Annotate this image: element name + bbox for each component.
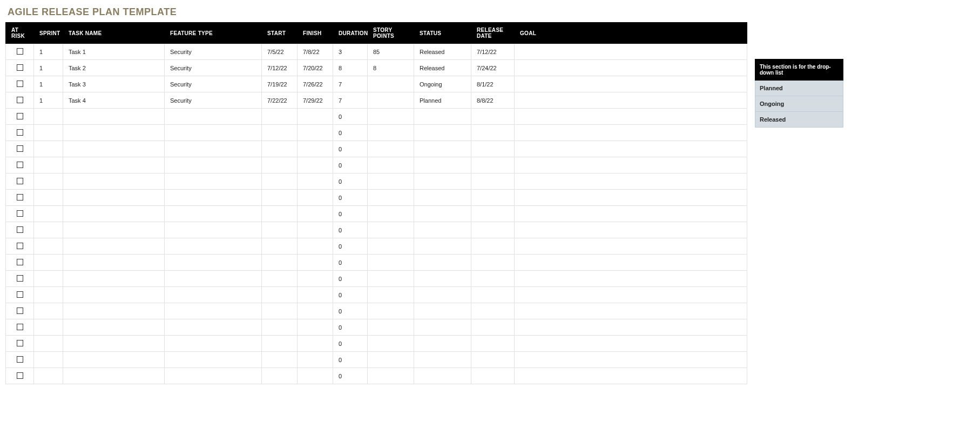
cell-finish[interactable] (298, 173, 333, 190)
cell-story-points[interactable]: 8 (368, 60, 414, 76)
cell-status[interactable] (414, 303, 471, 319)
cell-status[interactable] (414, 206, 471, 222)
cell-duration[interactable]: 0 (333, 352, 368, 368)
cell-feature-type[interactable]: Security (165, 60, 262, 76)
cell-finish[interactable] (298, 287, 333, 303)
cell-story-points[interactable] (368, 206, 414, 222)
checkbox-icon[interactable] (17, 259, 23, 265)
checkbox-icon[interactable] (17, 48, 23, 55)
cell-at-risk[interactable] (6, 109, 34, 125)
cell-finish[interactable] (298, 206, 333, 222)
cell-goal[interactable] (515, 336, 747, 352)
cell-at-risk[interactable] (6, 173, 34, 190)
cell-at-risk[interactable] (6, 287, 34, 303)
cell-duration[interactable]: 8 (333, 60, 368, 76)
cell-release-date[interactable]: 8/8/22 (471, 92, 515, 109)
cell-release-date[interactable] (471, 368, 515, 384)
cell-finish[interactable] (298, 368, 333, 384)
cell-story-points[interactable] (368, 157, 414, 173)
cell-at-risk[interactable] (6, 319, 34, 336)
cell-release-date[interactable] (471, 173, 515, 190)
cell-task-name[interactable] (63, 319, 165, 336)
cell-start[interactable] (262, 157, 298, 173)
cell-goal[interactable] (515, 222, 747, 238)
cell-story-points[interactable] (368, 125, 414, 141)
cell-start[interactable] (262, 271, 298, 287)
cell-sprint[interactable] (34, 125, 63, 141)
cell-start[interactable] (262, 206, 298, 222)
cell-task-name[interactable] (63, 352, 165, 368)
checkbox-icon[interactable] (17, 162, 23, 168)
cell-duration[interactable]: 3 (333, 44, 368, 60)
cell-at-risk[interactable] (6, 125, 34, 141)
cell-finish[interactable] (298, 125, 333, 141)
cell-start[interactable] (262, 109, 298, 125)
cell-story-points[interactable] (368, 271, 414, 287)
cell-release-date[interactable] (471, 190, 515, 206)
cell-finish[interactable] (298, 157, 333, 173)
cell-sprint[interactable] (34, 303, 63, 319)
cell-status[interactable] (414, 319, 471, 336)
cell-feature-type[interactable] (165, 109, 262, 125)
cell-feature-type[interactable] (165, 222, 262, 238)
cell-start[interactable] (262, 319, 298, 336)
cell-finish[interactable] (298, 319, 333, 336)
cell-status[interactable]: Released (414, 60, 471, 76)
checkbox-icon[interactable] (17, 64, 23, 71)
cell-goal[interactable] (515, 190, 747, 206)
cell-task-name[interactable] (63, 287, 165, 303)
cell-finish[interactable] (298, 255, 333, 271)
cell-finish[interactable]: 7/29/22 (298, 92, 333, 109)
cell-status[interactable] (414, 157, 471, 173)
dropdown-option[interactable]: Released (755, 112, 843, 128)
cell-finish[interactable] (298, 109, 333, 125)
cell-task-name[interactable] (63, 255, 165, 271)
cell-feature-type[interactable] (165, 206, 262, 222)
cell-release-date[interactable]: 7/24/22 (471, 60, 515, 76)
cell-goal[interactable] (515, 352, 747, 368)
cell-start[interactable] (262, 336, 298, 352)
checkbox-icon[interactable] (17, 243, 23, 249)
cell-at-risk[interactable] (6, 303, 34, 319)
cell-goal[interactable] (515, 173, 747, 190)
cell-at-risk[interactable] (6, 255, 34, 271)
cell-feature-type[interactable] (165, 368, 262, 384)
cell-story-points[interactable] (368, 287, 414, 303)
cell-status[interactable] (414, 255, 471, 271)
cell-start[interactable] (262, 255, 298, 271)
cell-at-risk[interactable] (6, 336, 34, 352)
checkbox-icon[interactable] (17, 210, 23, 217)
cell-story-points[interactable] (368, 92, 414, 109)
cell-task-name[interactable]: Task 4 (63, 92, 165, 109)
cell-start[interactable] (262, 368, 298, 384)
checkbox-icon[interactable] (17, 226, 23, 233)
cell-at-risk[interactable] (6, 368, 34, 384)
checkbox-icon[interactable] (17, 113, 23, 119)
cell-feature-type[interactable] (165, 190, 262, 206)
cell-feature-type[interactable] (165, 173, 262, 190)
cell-release-date[interactable] (471, 271, 515, 287)
cell-finish[interactable] (298, 190, 333, 206)
cell-sprint[interactable] (34, 336, 63, 352)
cell-goal[interactable] (515, 109, 747, 125)
cell-start[interactable] (262, 125, 298, 141)
dropdown-option[interactable]: Planned (755, 81, 843, 96)
cell-goal[interactable] (515, 141, 747, 157)
cell-at-risk[interactable] (6, 76, 34, 92)
cell-feature-type[interactable]: Security (165, 76, 262, 92)
cell-duration[interactable]: 0 (333, 255, 368, 271)
cell-at-risk[interactable] (6, 141, 34, 157)
cell-duration[interactable]: 0 (333, 287, 368, 303)
cell-sprint[interactable] (34, 287, 63, 303)
cell-status[interactable] (414, 368, 471, 384)
cell-duration[interactable]: 0 (333, 368, 368, 384)
cell-status[interactable] (414, 173, 471, 190)
cell-release-date[interactable] (471, 222, 515, 238)
cell-duration[interactable]: 0 (333, 157, 368, 173)
cell-feature-type[interactable]: Security (165, 44, 262, 60)
cell-task-name[interactable] (63, 173, 165, 190)
checkbox-icon[interactable] (17, 308, 23, 314)
checkbox-icon[interactable] (17, 275, 23, 282)
dropdown-option[interactable]: Ongoing (755, 96, 843, 112)
cell-at-risk[interactable] (6, 238, 34, 255)
